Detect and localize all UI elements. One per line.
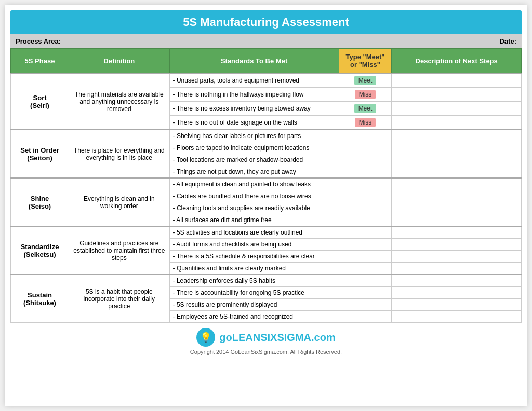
header-phase: 5S Phase <box>11 49 69 74</box>
type-cell[interactable] <box>339 226 392 239</box>
standard-cell: - Shelving has clear labels or pictures … <box>169 130 339 142</box>
title-bar: 5S Manufacturing Assessment <box>10 10 522 34</box>
type-cell[interactable] <box>339 263 392 275</box>
next-steps-cell[interactable] <box>392 214 522 227</box>
type-cell[interactable] <box>339 154 392 166</box>
standard-cell: - All equipment is clean and painted to … <box>169 178 339 190</box>
type-cell[interactable] <box>339 142 392 154</box>
next-steps-cell[interactable] <box>392 73 522 88</box>
page-title: 5S Manufacturing Assessment <box>10 16 522 29</box>
type-cell[interactable] <box>339 299 392 311</box>
type-cell[interactable] <box>339 311 392 323</box>
phase-cell: Sort (Seiri) <box>11 73 69 130</box>
standard-cell: - Employees are 5S-trained and recognize… <box>169 311 339 323</box>
logo-brand: LEANSIXSIGMA <box>232 332 311 343</box>
standard-cell: - 5S activities and locations are clearl… <box>169 226 339 239</box>
next-steps-cell[interactable] <box>392 239 522 251</box>
phase-cell: Standardize (Seiketsu) <box>11 226 69 275</box>
standard-cell: - Cleaning tools and supplies are readil… <box>169 202 339 214</box>
type-cell[interactable]: Miss <box>339 88 392 102</box>
next-steps-cell[interactable] <box>392 226 522 239</box>
logo-icon: 💡 <box>196 328 215 347</box>
type-cell[interactable] <box>339 275 392 287</box>
next-steps-cell[interactable] <box>392 311 522 323</box>
next-steps-cell[interactable] <box>392 275 522 287</box>
page: 5S Manufacturing Assessment Process Area… <box>5 5 527 406</box>
type-cell[interactable] <box>339 178 392 190</box>
type-cell[interactable] <box>339 202 392 214</box>
logo-go: go <box>219 332 232 343</box>
next-steps-cell[interactable] <box>392 88 522 102</box>
next-steps-cell[interactable] <box>392 263 522 275</box>
standard-cell: - There is no excess inventory being sto… <box>169 102 339 116</box>
type-cell[interactable]: Meet <box>339 102 392 116</box>
phase-cell: Shine (Seiso) <box>11 178 69 226</box>
standard-cell: - All surfaces are dirt and grime free <box>169 214 339 227</box>
type-cell[interactable] <box>339 287 392 299</box>
standard-cell: - Unused parts, tools and equipment remo… <box>169 73 339 88</box>
next-steps-cell[interactable] <box>392 130 522 142</box>
standard-cell: - Leadership enforces daily 5S habits <box>169 275 339 287</box>
logo-text: goLEANSIXSIGMA.com <box>219 332 335 344</box>
definition-cell: Everything is clean and in working order <box>69 178 170 226</box>
next-steps-cell[interactable] <box>392 154 522 166</box>
next-steps-cell[interactable] <box>392 166 522 179</box>
copyright: Copyright 2014 GoLeanSixSigma.com. All R… <box>10 349 522 355</box>
definition-cell: There is place for everything and everyt… <box>69 130 170 178</box>
phase-cell: Set in Order (Seiton) <box>11 130 69 178</box>
type-cell[interactable] <box>339 239 392 251</box>
standard-cell: - There is a 5S schedule & responsibilit… <box>169 251 339 263</box>
type-cell[interactable]: Meet <box>339 73 392 88</box>
info-bar: Process Area: Date: <box>10 34 522 48</box>
next-steps-cell[interactable] <box>392 202 522 214</box>
footer-logo: 💡 goLEANSIXSIGMA.com <box>10 328 522 347</box>
standard-cell: - There is accountability for ongoing 5S… <box>169 287 339 299</box>
definition-cell: Guidelines and practices are established… <box>69 226 170 275</box>
header-standards: Standards To Be Met <box>169 49 339 74</box>
next-steps-cell[interactable] <box>392 116 522 130</box>
logo-suffix: .com <box>311 332 336 343</box>
standard-cell: - Cables are bundled and there are no lo… <box>169 190 339 202</box>
type-cell[interactable] <box>339 251 392 263</box>
next-steps-cell[interactable] <box>392 299 522 311</box>
standard-cell: - There is no out of date signage on the… <box>169 116 339 130</box>
standard-cell: - Audit forms and checklists are being u… <box>169 239 339 251</box>
next-steps-cell[interactable] <box>392 102 522 116</box>
definition-cell: The right materials are available and an… <box>69 73 170 130</box>
next-steps-cell[interactable] <box>392 178 522 190</box>
type-cell[interactable]: Miss <box>339 116 392 130</box>
header-definition: Definition <box>69 49 170 74</box>
process-area-label: Process Area: <box>16 37 61 45</box>
standard-cell: - Quantities and limits are clearly mark… <box>169 263 339 275</box>
lightbulb-icon: 💡 <box>200 332 211 343</box>
standard-cell: - 5S results are prominently displayed <box>169 299 339 311</box>
type-cell[interactable] <box>339 166 392 179</box>
standard-cell: - There is nothing in the hallways imped… <box>169 88 339 102</box>
footer: 💡 goLEANSIXSIGMA.com Copyright 2014 GoLe… <box>10 323 522 358</box>
next-steps-cell[interactable] <box>392 142 522 154</box>
type-cell[interactable] <box>339 190 392 202</box>
next-steps-cell[interactable] <box>392 190 522 202</box>
standard-cell: - Things are not put down, they are put … <box>169 166 339 179</box>
header-next-steps: Description of Next Steps <box>392 49 522 74</box>
next-steps-cell[interactable] <box>392 287 522 299</box>
date-label: Date: <box>499 37 516 45</box>
type-cell[interactable] <box>339 214 392 227</box>
phase-cell: Sustain (Shitsuke) <box>11 275 69 323</box>
standard-cell: - Floors are taped to indicate equipment… <box>169 142 339 154</box>
type-cell[interactable] <box>339 130 392 142</box>
assessment-table: 5S Phase Definition Standards To Be Met … <box>10 48 522 323</box>
standard-cell: - Tool locations are marked or shadow-bo… <box>169 154 339 166</box>
next-steps-cell[interactable] <box>392 251 522 263</box>
header-type: Type "Meet" or "Miss" <box>339 49 392 74</box>
definition-cell: 5S is a habit that people incorporate in… <box>69 275 170 323</box>
